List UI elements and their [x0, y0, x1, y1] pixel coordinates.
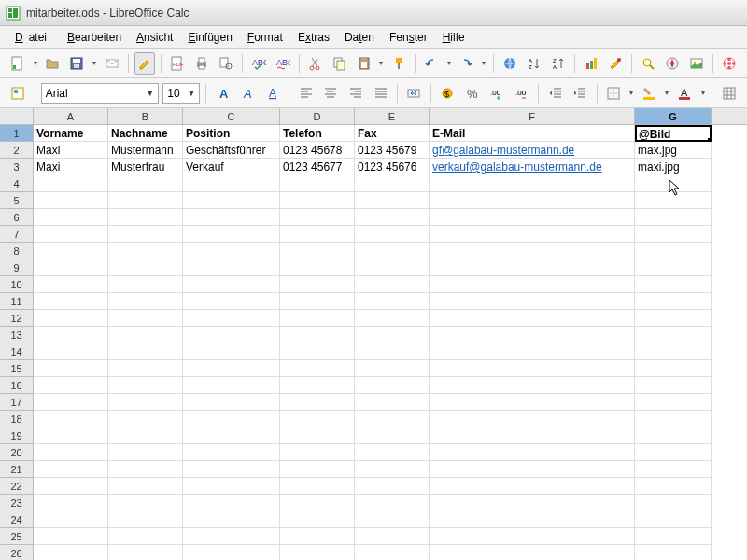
cell-D5[interactable]	[280, 192, 355, 209]
menu-hilfe[interactable]: Hilfe	[437, 29, 471, 46]
cell-D17[interactable]	[280, 394, 355, 411]
cell-F13[interactable]	[430, 327, 635, 343]
cell-A2[interactable]: Maxi	[34, 142, 108, 159]
hyperlink-icon[interactable]	[500, 52, 520, 75]
cell-G2[interactable]: max.jpg	[635, 142, 712, 159]
cell-F14[interactable]	[430, 343, 635, 360]
col-header-D[interactable]: D	[280, 108, 355, 124]
cell-B8[interactable]	[108, 243, 183, 259]
row-header-4[interactable]: 4	[0, 175, 34, 192]
save-icon[interactable]	[66, 52, 87, 75]
cell-G25[interactable]	[635, 528, 712, 545]
row-header-6[interactable]: 6	[0, 209, 34, 226]
cell-A21[interactable]	[34, 461, 108, 478]
cell-C9[interactable]	[183, 259, 280, 276]
cell-E18[interactable]	[355, 411, 430, 427]
cell-F7[interactable]	[430, 226, 635, 243]
cell-C4[interactable]	[183, 175, 280, 192]
cell-D20[interactable]	[280, 444, 355, 461]
cell-G21[interactable]	[635, 461, 712, 478]
cell-A16[interactable]	[34, 377, 108, 394]
cell-B14[interactable]	[108, 343, 183, 360]
row-header-20[interactable]: 20	[0, 444, 34, 461]
cell-D2[interactable]: 0123 45678	[280, 142, 355, 159]
row-header-5[interactable]: 5	[0, 192, 34, 209]
cell-A8[interactable]	[34, 243, 108, 259]
cell-G23[interactable]	[635, 495, 712, 511]
cell-E5[interactable]	[355, 192, 430, 209]
cell-D1[interactable]: Telefon	[280, 125, 355, 142]
cell-C24[interactable]	[183, 511, 280, 528]
currency-icon[interactable]: $	[437, 82, 458, 105]
chart-icon[interactable]	[581, 52, 601, 75]
merge-cells-icon[interactable]	[403, 82, 425, 105]
cell-F19[interactable]	[430, 427, 635, 444]
cell-E8[interactable]	[355, 243, 430, 259]
cell-B4[interactable]	[108, 175, 183, 192]
cell-A23[interactable]	[34, 495, 108, 511]
cell-G6[interactable]	[635, 209, 712, 226]
cell-C23[interactable]	[183, 495, 280, 511]
row-header-10[interactable]: 10	[0, 276, 34, 293]
cell-G10[interactable]	[635, 276, 712, 293]
cell-B1[interactable]: Nachname	[108, 125, 183, 142]
cell-G11[interactable]	[635, 293, 712, 310]
cell-A3[interactable]: Maxi	[34, 159, 108, 175]
cell-A20[interactable]	[34, 444, 108, 461]
cell-A6[interactable]	[34, 209, 108, 226]
cell-C1[interactable]: Position	[183, 125, 280, 142]
cell-A4[interactable]	[34, 175, 108, 192]
cell-E21[interactable]	[355, 461, 430, 478]
cell-F22[interactable]	[430, 478, 635, 495]
col-header-F[interactable]: F	[430, 108, 635, 124]
cell-E22[interactable]	[355, 478, 430, 495]
cell-G9[interactable]	[635, 259, 712, 276]
navigator-icon[interactable]	[662, 52, 683, 75]
cell-G3[interactable]: maxi.jpg	[635, 159, 712, 175]
cell-E16[interactable]	[355, 377, 430, 394]
cell-C6[interactable]	[183, 209, 280, 226]
row-header-14[interactable]: 14	[0, 343, 34, 360]
cell-A9[interactable]	[34, 259, 108, 276]
row-header-17[interactable]: 17	[0, 394, 34, 411]
cell-C20[interactable]	[183, 444, 280, 461]
cell-D22[interactable]	[280, 478, 355, 495]
cell-F3[interactable]: verkauf@galabau-mustermann.de	[430, 159, 635, 175]
cell-D7[interactable]	[280, 226, 355, 243]
cell-A10[interactable]	[34, 276, 108, 293]
cell-E20[interactable]	[355, 444, 430, 461]
borders-icon[interactable]	[603, 82, 625, 105]
cell-C16[interactable]	[183, 377, 280, 394]
cell-E15[interactable]	[355, 360, 430, 377]
cell-D10[interactable]	[280, 276, 355, 293]
cell-A26[interactable]	[34, 545, 108, 560]
cell-B2[interactable]: Mustermann	[108, 142, 183, 159]
cell-B19[interactable]	[108, 427, 183, 444]
row-header-9[interactable]: 9	[0, 259, 34, 276]
row-header-23[interactable]: 23	[0, 495, 34, 511]
show-draw-icon[interactable]	[605, 52, 626, 75]
cell-B3[interactable]: Musterfrau	[108, 159, 183, 175]
decrease-indent-icon[interactable]	[544, 82, 566, 105]
cell-E10[interactable]	[355, 276, 430, 293]
cell-D9[interactable]	[280, 259, 355, 276]
cell-D11[interactable]	[280, 293, 355, 310]
row-header-1[interactable]: 1	[0, 125, 34, 142]
cell-G24[interactable]	[635, 511, 712, 528]
cell-F1[interactable]: E-Mail	[430, 125, 635, 142]
cell-F12[interactable]	[430, 310, 635, 327]
cell-B10[interactable]	[108, 276, 183, 293]
cell-E12[interactable]	[355, 310, 430, 327]
open-icon[interactable]	[42, 52, 63, 75]
cell-A7[interactable]	[34, 226, 108, 243]
align-center-icon[interactable]	[320, 82, 342, 105]
cell-B5[interactable]	[108, 192, 183, 209]
cell-D16[interactable]	[280, 377, 355, 394]
cell-A25[interactable]	[34, 528, 108, 545]
cell-D8[interactable]	[280, 243, 355, 259]
cell-F25[interactable]	[430, 528, 635, 545]
cell-F9[interactable]	[430, 259, 635, 276]
row-header-3[interactable]: 3	[0, 159, 34, 175]
cell-G4[interactable]	[635, 175, 712, 192]
cell-D21[interactable]	[280, 461, 355, 478]
